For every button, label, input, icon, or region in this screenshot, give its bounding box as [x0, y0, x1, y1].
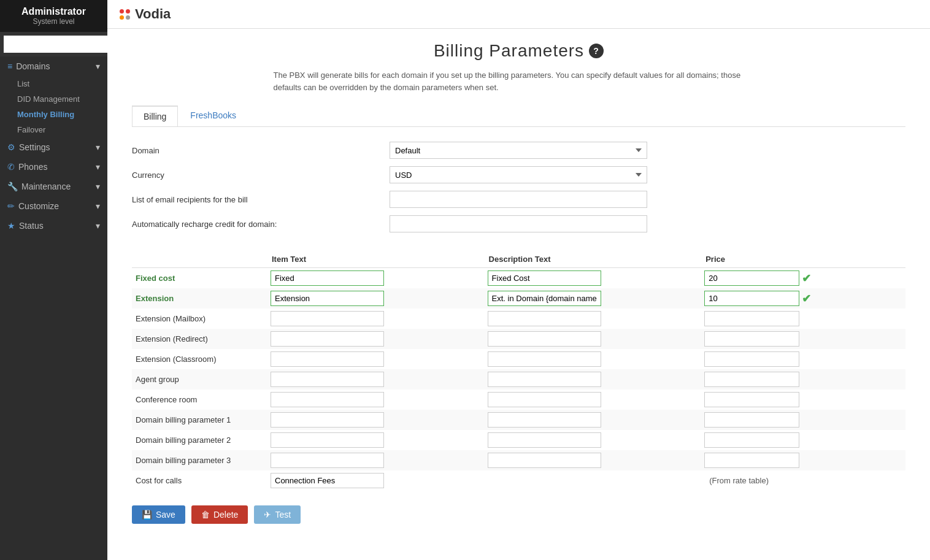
price-input-3[interactable] [704, 331, 799, 347]
row-desc-3 [484, 329, 701, 349]
sidebar-item-settings[interactable]: ⚙ Settings ▾ [0, 137, 107, 157]
row-desc-1 [484, 288, 701, 309]
price-input-8[interactable] [704, 432, 799, 448]
table-row: Conference room [132, 389, 905, 410]
item-text-input-2[interactable] [271, 311, 384, 326]
system-level: System level [6, 17, 101, 26]
search-input[interactable] [4, 36, 114, 53]
item-text-input-10[interactable] [271, 473, 384, 488]
table-row: Cost for calls(From rate table) [132, 470, 905, 491]
sidebar: Administrator System level 🔍 ≡ Domains ▾… [0, 0, 107, 560]
row-price-9 [701, 450, 905, 470]
desc-text-input-8[interactable] [488, 432, 601, 448]
table-row: Fixed cost✔ [132, 268, 905, 289]
desc-text-input-4[interactable] [488, 351, 601, 367]
check-icon-0: ✔ [802, 272, 811, 285]
phone-icon: ✆ [7, 162, 15, 172]
item-text-input-7[interactable] [271, 412, 384, 428]
row-label-7: Domain billing parameter 1 [132, 410, 267, 430]
row-price-1: ✔ [701, 288, 905, 309]
row-label-3: Extension (Redirect) [132, 329, 267, 349]
col-header-item-text: Item Text [267, 251, 484, 268]
sidebar-item-monthly-billing[interactable]: Monthly Billing [0, 107, 107, 122]
row-desc-10 [484, 470, 701, 491]
sidebar-item-domains[interactable]: ≡ Domains ▾ [0, 56, 107, 76]
vodia-logo: Vodia [120, 6, 171, 22]
check-icon-1: ✔ [802, 292, 811, 305]
price-input-9[interactable] [704, 453, 799, 468]
sidebar-item-did-management[interactable]: DID Management [0, 91, 107, 107]
main-content: Vodia Billing Parameters ? The PBX will … [107, 0, 930, 560]
item-text-input-8[interactable] [271, 432, 384, 448]
row-price-2 [701, 309, 905, 329]
currency-label: Currency [132, 171, 390, 180]
row-desc-0 [484, 268, 701, 289]
row-item-10 [267, 470, 484, 491]
price-input-0[interactable] [704, 270, 799, 286]
email-input[interactable] [390, 191, 647, 208]
row-desc-7 [484, 410, 701, 430]
price-input-1[interactable] [704, 291, 799, 306]
desc-text-input-2[interactable] [488, 311, 601, 326]
row-price-6 [701, 389, 905, 410]
desc-text-input-5[interactable] [488, 372, 601, 387]
item-text-input-0[interactable] [271, 270, 384, 286]
item-text-input-4[interactable] [271, 351, 384, 367]
item-text-input-3[interactable] [271, 331, 384, 347]
item-text-input-9[interactable] [271, 453, 384, 468]
row-label-9: Domain billing parameter 3 [132, 450, 267, 470]
tab-billing[interactable]: Billing [132, 105, 178, 126]
row-item-0 [267, 268, 484, 289]
sidebar-item-customize[interactable]: ✏ Customize ▾ [0, 196, 107, 216]
recharge-input[interactable] [390, 215, 647, 232]
star-icon: ★ [7, 221, 15, 231]
table-row: Domain billing parameter 2 [132, 430, 905, 450]
desc-text-input-3[interactable] [488, 331, 601, 347]
sidebar-item-list[interactable]: List [0, 76, 107, 91]
top-bar: Vodia [107, 0, 930, 29]
currency-select[interactable]: USD [390, 166, 647, 183]
sidebar-item-failover[interactable]: Failover [0, 122, 107, 137]
form-row-domain: Domain Default [132, 142, 905, 159]
price-input-6[interactable] [704, 392, 799, 407]
tab-freshbooks[interactable]: FreshBooks [179, 105, 247, 126]
table-row: Agent group [132, 369, 905, 389]
price-input-5[interactable] [704, 372, 799, 387]
desc-text-input-1[interactable] [488, 291, 601, 306]
item-text-input-6[interactable] [271, 392, 384, 407]
nav-group-settings: ⚙ Settings ▾ [0, 137, 107, 157]
sidebar-item-phones[interactable]: ✆ Phones ▾ [0, 157, 107, 177]
row-desc-2 [484, 309, 701, 329]
test-button[interactable]: ✈ Test [254, 505, 301, 524]
pencil-icon: ✏ [7, 201, 15, 211]
help-icon[interactable]: ? [589, 44, 604, 58]
row-price-7 [701, 410, 905, 430]
desc-text-input-9[interactable] [488, 453, 601, 468]
desc-text-input-7[interactable] [488, 412, 601, 428]
sidebar-item-maintenance[interactable]: 🔧 Maintenance ▾ [0, 177, 107, 196]
price-input-2[interactable] [704, 311, 799, 326]
row-desc-9 [484, 450, 701, 470]
button-row: 💾 Save 🗑 Delete ✈ Test [132, 505, 905, 524]
sidebar-item-status[interactable]: ★ Status ▾ [0, 216, 107, 236]
price-input-4[interactable] [704, 351, 799, 367]
page-body: Billing Parameters ? The PBX will genera… [107, 29, 930, 536]
dot-red-2 [126, 9, 130, 13]
sidebar-nav: ≡ Domains ▾ List DID Management Monthly … [0, 56, 107, 560]
row-item-4 [267, 349, 484, 369]
row-item-1 [267, 288, 484, 309]
sidebar-item-label: Settings [19, 142, 50, 152]
price-input-7[interactable] [704, 412, 799, 428]
domain-select[interactable]: Default [390, 142, 647, 159]
item-text-input-1[interactable] [271, 291, 384, 306]
row-price-4 [701, 349, 905, 369]
delete-button[interactable]: 🗑 Delete [191, 505, 248, 524]
desc-text-input-6[interactable] [488, 392, 601, 407]
item-text-input-5[interactable] [271, 372, 384, 387]
sidebar-item-label: Phones [18, 162, 47, 172]
save-button[interactable]: 💾 Save [132, 505, 185, 524]
sidebar-item-label: Status [19, 221, 44, 231]
chevron-icon: ▾ [96, 201, 100, 211]
desc-text-input-0[interactable] [488, 270, 601, 286]
table-row: Domain billing parameter 1 [132, 410, 905, 430]
